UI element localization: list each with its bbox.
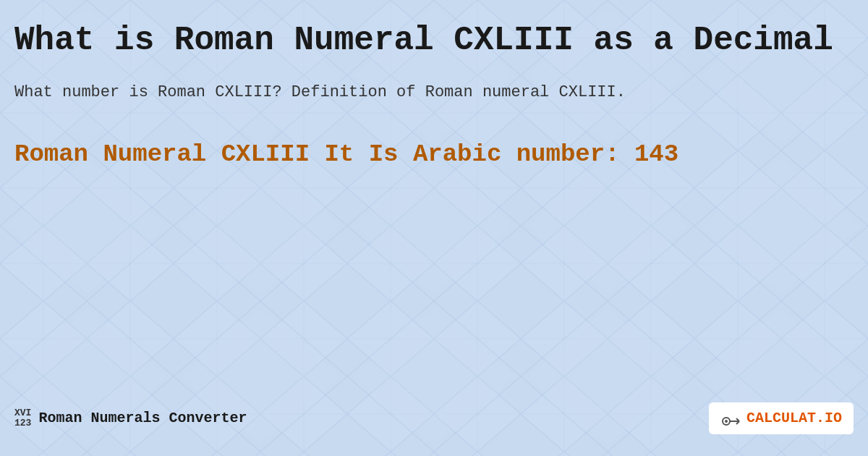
calc-prefix: CALCULAT xyxy=(746,410,816,426)
page-subtitle: What number is Roman CXLIII? Definition … xyxy=(14,80,854,104)
footer-left: XVI 123 Roman Numerals Converter xyxy=(14,408,247,429)
calculator-icon xyxy=(720,408,741,428)
result-statement: Roman Numeral CXLIII It Is Arabic number… xyxy=(14,140,854,168)
icon-top-text: XVI xyxy=(14,408,31,418)
footer-brand-label: Roman Numerals Converter xyxy=(38,410,247,426)
page-title: What is Roman Numeral CXLIII as a Decima… xyxy=(14,22,854,60)
calculat-io-logo: CALCULAT.IO xyxy=(709,402,854,434)
roman-numeral-icon: XVI 123 xyxy=(14,408,31,429)
calculat-io-text: CALCULAT.IO xyxy=(746,410,842,426)
footer: XVI 123 Roman Numerals Converter CALCULA… xyxy=(14,402,854,442)
svg-point-10 xyxy=(725,420,728,423)
icon-bottom-text: 123 xyxy=(14,418,31,428)
calc-suffix: .IO xyxy=(816,410,842,426)
